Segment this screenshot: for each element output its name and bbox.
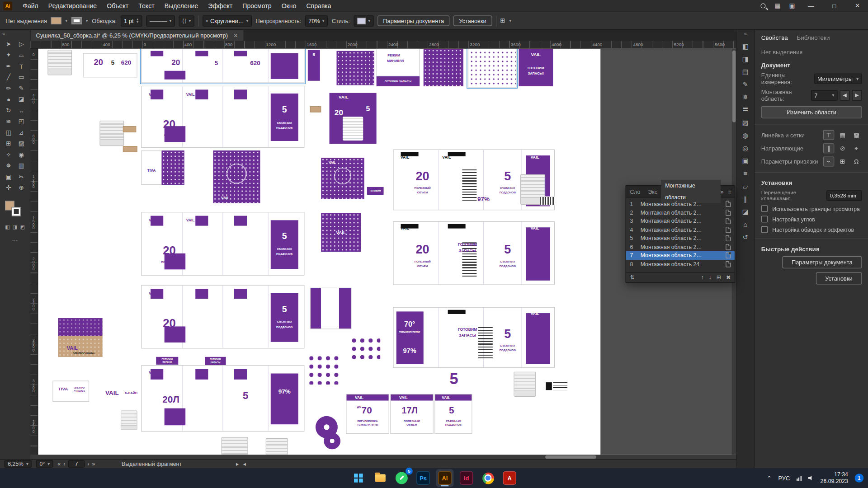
indesign-button[interactable]: Id <box>458 469 475 487</box>
snap-glyph-icon[interactable]: Ω <box>851 157 862 167</box>
artboard-row[interactable]: 5Монтажная область 2… <box>626 234 735 243</box>
hand-tool[interactable]: ✛ <box>3 183 15 193</box>
menu-item[interactable]: Просмотр <box>237 1 276 11</box>
artwork-dryer[interactable] <box>121 411 137 430</box>
tab-properties[interactable]: Свойства <box>761 34 788 41</box>
search-icon[interactable] <box>761 3 766 8</box>
status-play-icon[interactable]: ▸ <box>236 461 239 467</box>
vertical-scroll-thumb[interactable] <box>732 50 736 122</box>
artwork-white-header[interactable]: VAIL17ЛПОЛЕЗНЫЙОБЪЕМ <box>390 394 434 434</box>
artwork-dryer[interactable] <box>514 372 536 397</box>
line-tool[interactable]: ╱ <box>3 72 15 82</box>
tab-close-icon[interactable]: ✕ <box>233 33 238 38</box>
menu-item[interactable]: Файл <box>18 1 43 11</box>
artwork-dryer[interactable] <box>47 50 72 75</box>
artboard-select[interactable]: 7▾ <box>811 90 838 100</box>
artwork-tan-card[interactable]: VAILЭЛЕКТРОСУШИЛКА <box>58 318 103 357</box>
whatsapp-button[interactable]: 5 <box>393 469 410 487</box>
artwork-purple[interactable]: ГОТОВИМЗАПАСЫ <box>205 357 226 366</box>
artwork-dieline-a[interactable]: VAILVAIL20ПОЛЕЗНЫЙ5СЪЕМНЫХПОДДОНОВ <box>141 212 304 276</box>
artwork-dieline-c[interactable]: 70°ТЕРМОРЕГУЛЯТОР97%ГОТОВИМЗАПАСЫ5СЪЕМНЫ… <box>393 307 555 368</box>
next-artboard-button[interactable]: ▶ <box>852 90 862 100</box>
artwork-purple-prod[interactable]: VAIL205 <box>330 93 377 144</box>
artwork-purple[interactable]: ГОТОВИМ ЗАПАСЫ <box>377 76 420 86</box>
artwork-pattern-circle[interactable]: VAIL <box>321 158 364 199</box>
transparency-icon[interactable]: ◍ <box>737 129 754 141</box>
history-icon[interactable]: ↺ <box>737 231 754 244</box>
artwork-purple[interactable]: 5 <box>308 50 320 81</box>
new-artboard-icon[interactable]: ⊞ <box>717 274 721 280</box>
arrange-documents-icon[interactable]: ▦ <box>774 2 780 9</box>
draw-mode-icon[interactable]: ◨ <box>13 224 17 230</box>
rectangle-tool[interactable]: ▭ <box>15 72 28 82</box>
artwork-white[interactable]: РЕЖИММИНИВЯЛ <box>377 49 420 76</box>
units-select[interactable]: Миллиметры▾ <box>814 73 862 84</box>
artwork-black-lines[interactable] <box>545 380 568 391</box>
opacity-field[interactable]: 70%▾ <box>305 15 328 26</box>
column-graph-tool[interactable]: ▥ <box>15 160 28 171</box>
horizontal-scroll-thumb[interactable] <box>545 455 596 459</box>
artwork-text[interactable]: 5 <box>446 368 462 390</box>
snap-point-icon[interactable]: ⌁ <box>823 157 834 167</box>
pixel-grid-icon[interactable]: ▩ <box>851 130 862 140</box>
draw-mode-icon[interactable]: ◧ <box>5 224 9 230</box>
artboard-page-icon[interactable] <box>726 201 731 207</box>
artwork-white[interactable]: ТIVAЭЛЕКТРОСУШИЛКА <box>52 380 89 402</box>
stroke-dropdown-icon[interactable]: ▾ <box>86 18 88 23</box>
illustrator-button[interactable]: Ai <box>436 469 453 487</box>
perspective-grid-tool[interactable]: ⊿ <box>15 127 28 138</box>
artwork-pattern[interactable] <box>336 51 374 85</box>
guides-icon[interactable]: ∥ <box>823 143 834 153</box>
gradient-icon[interactable]: ▨ <box>737 116 754 129</box>
magic-wand-tool[interactable]: ✦ <box>3 50 15 60</box>
status-back-icon[interactable]: ◂ <box>243 461 246 467</box>
selection-tool[interactable]: ➤ <box>3 39 15 49</box>
artwork-white[interactable]: 205620 <box>83 53 137 78</box>
photoshop-button[interactable]: Ps <box>415 469 432 487</box>
lasso-tool[interactable]: ⌓ <box>15 50 28 60</box>
artboard-row[interactable]: 6Монтажная область 2… <box>626 243 735 251</box>
reorder-icon[interactable]: ⇅ <box>630 274 634 280</box>
artboard-row[interactable]: 1Монтажная область 2… <box>626 200 735 208</box>
stroke-swatch[interactable] <box>71 17 82 24</box>
corner-style-select[interactable]: •Скруглени…▾ <box>203 15 251 26</box>
gradient-tool[interactable]: ▨ <box>15 138 28 149</box>
color-guide-icon[interactable]: ◨ <box>737 52 754 65</box>
blob-brush-tool[interactable]: ● <box>3 94 15 104</box>
artboard-page-icon[interactable] <box>726 253 731 258</box>
artboard-row[interactable]: 7Монтажная область 2… <box>626 251 735 260</box>
artboard-page-icon[interactable] <box>726 235 731 241</box>
stroke-weight-field[interactable]: 1 pt▲▼ <box>121 15 142 26</box>
tab-artboards[interactable]: Монтажные области <box>661 180 721 203</box>
dock-collapse-icon[interactable]: « <box>744 31 747 40</box>
smart-guides-icon[interactable]: ⌖ <box>851 143 862 153</box>
artwork-dieline-b[interactable]: VAIL20ПОЛЕЗНЫЙОБЪЕМГОТОВИМЗАПАСЫ5СЪЕМНЫХ… <box>393 221 555 285</box>
shape-builder-tool[interactable]: ◫ <box>3 127 15 138</box>
artwork-pattern[interactable] <box>162 150 184 185</box>
first-artboard-icon[interactable]: « <box>57 461 61 467</box>
artwork-pattern[interactable] <box>424 49 463 86</box>
network-icon[interactable] <box>797 475 802 480</box>
slice-tool[interactable]: ✂ <box>15 172 28 182</box>
color-icon[interactable]: ◧ <box>737 40 754 52</box>
zoom-select[interactable]: 6,25%▾ <box>5 460 32 468</box>
notification-badge[interactable]: 1 <box>855 474 864 483</box>
direct-selection-tool[interactable]: ▷ <box>15 39 28 49</box>
menu-item[interactable]: Выделение <box>160 1 203 11</box>
keyboard-increment-field[interactable]: 0,3528 mm <box>826 190 862 201</box>
artboard-page-icon[interactable] <box>726 227 731 233</box>
language-indicator[interactable]: РУС <box>778 475 790 482</box>
swatches-icon[interactable]: ▤ <box>737 65 754 78</box>
layers-icon[interactable]: ≡ <box>737 167 754 180</box>
horizontal-ruler[interactable]: 8004000400800120016002000240028003200360… <box>30 41 736 49</box>
artboard-page-icon[interactable] <box>726 261 731 267</box>
artwork-purple[interactable]: VAILГОТОВИМЗАПАСЫ! <box>519 49 553 86</box>
horizontal-scrollbar[interactable] <box>30 455 736 460</box>
artwork-dieline-a[interactable]: 205620 <box>141 49 304 83</box>
artwork-icons[interactable] <box>468 49 517 88</box>
tab-libraries[interactable]: Библиотеки <box>797 34 830 41</box>
tab-layers[interactable]: Сло <box>626 186 644 197</box>
artboard-row[interactable]: 4Монтажная область 2… <box>626 225 735 234</box>
vertical-ruler[interactable]: 040080012001600200024002800320036004000 <box>30 49 38 455</box>
artwork-tan[interactable] <box>123 146 137 152</box>
